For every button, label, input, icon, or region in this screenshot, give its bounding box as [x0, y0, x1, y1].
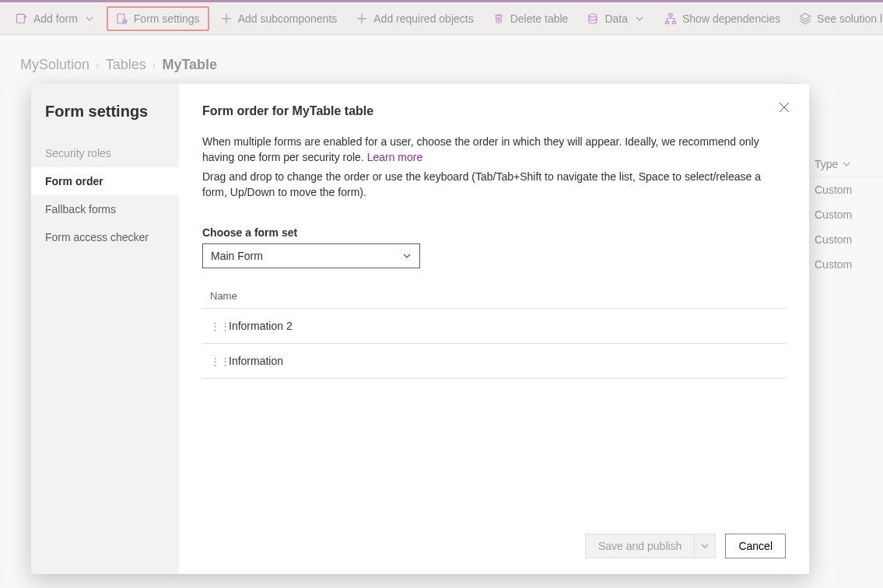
close-icon [778, 101, 790, 114]
sidebar-item-form-order[interactable]: Form order [31, 167, 179, 195]
list-row-label: Information [229, 355, 283, 367]
dialog-main: Form order for MyTable table When multip… [179, 84, 809, 574]
list-row[interactable]: ⋮⋮ Information 2 [202, 309, 786, 344]
dialog-title: Form order for MyTable table [202, 104, 786, 118]
form-settings-dialog: Form settings Security roles Form order … [31, 84, 809, 574]
dialog-footer: Save and publish Cancel [202, 523, 786, 558]
learn-more-link[interactable]: Learn more [367, 151, 423, 163]
list-row-label: Information 2 [229, 320, 293, 332]
list-header-name: Name [202, 284, 786, 309]
cancel-button[interactable]: Cancel [725, 534, 786, 558]
chevron-down-icon [402, 251, 412, 261]
save-and-publish-button: Save and publish [585, 534, 716, 558]
dialog-sidebar: Form settings Security roles Form order … [31, 84, 179, 574]
formset-value: Main Form [211, 250, 263, 262]
dialog-description-2: Drag and drop to change the order or use… [202, 169, 786, 201]
chevron-down-icon [701, 542, 709, 550]
save-publish-caret [694, 534, 715, 558]
sidebar-item-fallback-forms[interactable]: Fallback forms [31, 195, 179, 223]
dialog-description-1: When multiple forms are enabled for a us… [202, 134, 786, 166]
close-button[interactable] [773, 96, 795, 118]
formset-label: Choose a form set [202, 226, 786, 239]
dialog-sidebar-title: Form settings [31, 103, 179, 139]
sidebar-item-security-roles[interactable]: Security roles [31, 139, 179, 167]
formset-select[interactable]: Main Form [202, 243, 420, 268]
drag-handle-icon[interactable]: ⋮⋮ [210, 356, 219, 366]
list-row[interactable]: ⋮⋮ Information [202, 344, 786, 379]
sidebar-item-form-access-checker[interactable]: Form access checker [31, 223, 179, 251]
drag-handle-icon[interactable]: ⋮⋮ [210, 321, 219, 331]
